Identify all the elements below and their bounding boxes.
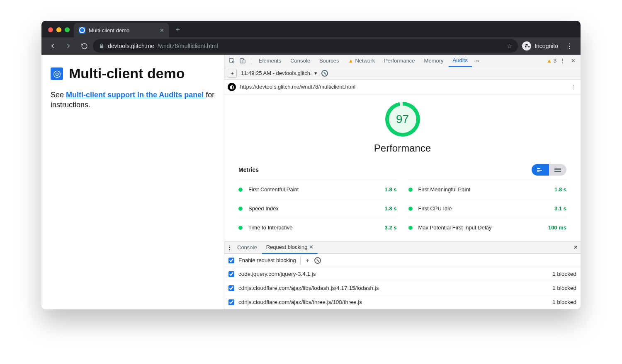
pattern-url: cdnjs.cloudflare.com/ajax/libs/lodash.js… (238, 285, 379, 291)
metric-row: First CPU Idle3.1 s (408, 199, 567, 218)
address-bar: devtools.glitch.me/wndt78/multiclient.ht… (41, 37, 581, 55)
new-tab-button[interactable]: ＋ (173, 24, 183, 35)
pattern-blocked-count: 1 blocked (552, 299, 576, 305)
report-menu-button[interactable]: ⋮ (571, 84, 576, 90)
audit-report-label: 11:49:25 AM - devtools.glitch. (241, 70, 312, 76)
tab-audits[interactable]: Audits (449, 55, 472, 67)
bookmark-star-icon[interactable]: ☆ (507, 43, 512, 49)
metric-value: 1.8 s (385, 205, 397, 212)
pattern-checkbox[interactable] (228, 299, 234, 305)
metric-row: First Meaningful Paint1.8 s (408, 180, 567, 199)
drawer-tab-request-blocking[interactable]: Request blocking ✕ (262, 241, 318, 254)
new-audit-button[interactable]: ＋ (228, 69, 237, 78)
intro-link[interactable]: Multi-client support in the Audits panel (66, 91, 206, 99)
metric-value: 1.8 s (554, 186, 566, 193)
devtools-close-button[interactable]: ✕ (568, 56, 578, 66)
tab-performance[interactable]: Performance (380, 55, 419, 67)
lock-icon (99, 43, 104, 49)
tab-sources[interactable]: Sources (315, 55, 343, 67)
request-blocking-toolbar: Enable request blocking ＋ (224, 254, 581, 267)
tab-elements[interactable]: Elements (255, 55, 285, 67)
browser-menu-button[interactable]: ⋮ (562, 39, 576, 53)
blocked-pattern-row[interactable]: cdnjs.cloudflare.com/ajax/libs/lodash.js… (224, 281, 581, 295)
gauge-ring: 97 (385, 102, 420, 137)
svg-rect-2 (243, 60, 245, 63)
toggle-detailed-icon[interactable] (549, 164, 566, 176)
devtools-settings-button[interactable]: ⋮ (557, 56, 567, 66)
pattern-blocked-count: 1 blocked (552, 271, 576, 277)
browser-tab[interactable]: Multi-client demo ✕ (74, 23, 169, 37)
tab-title: Multi-client demo (89, 27, 129, 34)
metric-row: Max Potential First Input Delay100 ms (408, 218, 567, 237)
blocked-pattern-row[interactable]: cdnjs.cloudflare.com/ajax/libs/three.js/… (224, 295, 581, 309)
pattern-blocked-count: 1 blocked (552, 285, 576, 291)
add-pattern-button[interactable]: ＋ (305, 257, 310, 264)
url-path: /wndt78/multiclient.html (158, 43, 218, 49)
minimize-window-button[interactable] (56, 27, 61, 32)
pattern-checkbox[interactable] (228, 271, 234, 277)
metrics-grid: First Contentful Paint1.8 s First Meanin… (238, 180, 566, 237)
metrics-view-toggle[interactable] (532, 164, 566, 176)
audit-report-dropdown[interactable]: 11:49:25 AM - devtools.glitch. ▾ (241, 70, 317, 76)
metric-name: Max Potential First Input Delay (418, 224, 542, 231)
performance-gauge: 97 Performance (238, 102, 566, 154)
incognito-icon (522, 41, 531, 51)
pattern-url: code.jquery.com/jquery-3.4.1.js (238, 271, 316, 277)
zoom-window-button[interactable] (65, 27, 70, 32)
drawer-tab-console[interactable]: Console (233, 241, 261, 254)
tab-memory[interactable]: Memory (420, 55, 448, 67)
url-field[interactable]: devtools.glitch.me/wndt78/multiclient.ht… (93, 39, 518, 53)
page-logo-icon (51, 67, 63, 80)
window-controls (46, 27, 74, 37)
clear-audits-icon[interactable] (321, 70, 328, 77)
status-dot-icon (238, 207, 243, 211)
url-host: devtools.glitch.me (108, 43, 154, 49)
device-toolbar-icon[interactable] (238, 56, 248, 66)
close-drawer-tab-icon[interactable]: ✕ (309, 244, 313, 250)
remove-all-patterns-icon[interactable] (314, 257, 321, 264)
blocked-pattern-row[interactable]: code.jquery.com/jquery-3.4.1.js 1 blocke… (224, 267, 581, 281)
gauge-score: 97 (389, 106, 416, 133)
audit-url: https://devtools.glitch.me/wndt78/multic… (240, 84, 355, 90)
tab-console[interactable]: Console (286, 55, 314, 67)
metric-value: 100 ms (548, 224, 566, 231)
tab-network[interactable]: ▲Network (344, 55, 379, 67)
drawer-tab-label: Request blocking (266, 244, 308, 250)
lighthouse-icon (228, 83, 236, 91)
chrome-top: Multi-client demo ✕ ＋ devtools.glitch.me… (41, 21, 581, 55)
inspect-element-icon[interactable] (227, 56, 237, 66)
reload-button[interactable] (77, 39, 91, 53)
incognito-indicator: Incognito (520, 41, 561, 51)
back-button[interactable] (46, 39, 60, 53)
warning-count[interactable]: ▲3 (547, 58, 556, 64)
forward-button[interactable] (61, 39, 75, 53)
status-dot-icon (408, 207, 413, 211)
toggle-compact-icon[interactable] (532, 164, 549, 176)
metric-value: 3.2 s (385, 224, 397, 231)
intro-prefix: See (51, 91, 66, 99)
metric-name: Time to Interactive (248, 224, 379, 231)
status-dot-icon (408, 188, 413, 192)
enable-request-blocking-label: Enable request blocking (238, 257, 296, 263)
tab-network-label: Network (355, 58, 375, 64)
devtools-panel: Elements Console Sources ▲Network Perfor… (224, 55, 581, 309)
metric-name: First Meaningful Paint (418, 186, 549, 193)
drawer-menu-button[interactable]: ⋮ (227, 244, 232, 251)
browser-window: Multi-client demo ✕ ＋ devtools.glitch.me… (41, 21, 581, 309)
metric-value: 1.8 s (385, 186, 397, 193)
metric-row: First Contentful Paint1.8 s (238, 180, 397, 199)
pattern-checkbox[interactable] (228, 285, 234, 291)
devtools-drawer: ⋮ Console Request blocking ✕ ✕ Enable re… (224, 241, 581, 309)
metric-row: Time to Interactive3.2 s (238, 218, 397, 237)
close-tab-button[interactable]: ✕ (158, 27, 165, 34)
page-viewport: Multi-client demo See Multi-client suppo… (41, 55, 224, 309)
close-window-button[interactable] (48, 27, 53, 32)
separator (300, 257, 301, 264)
enable-request-blocking-checkbox[interactable] (228, 258, 234, 263)
page-heading-row: Multi-client demo (51, 65, 215, 82)
drawer-close-button[interactable]: ✕ (573, 244, 578, 251)
page-intro: See Multi-client support in the Audits p… (51, 90, 215, 110)
metric-value: 3.1 s (554, 205, 566, 212)
metrics-heading: Metrics (238, 166, 259, 173)
more-tabs-chevrons-icon[interactable]: » (473, 56, 483, 66)
